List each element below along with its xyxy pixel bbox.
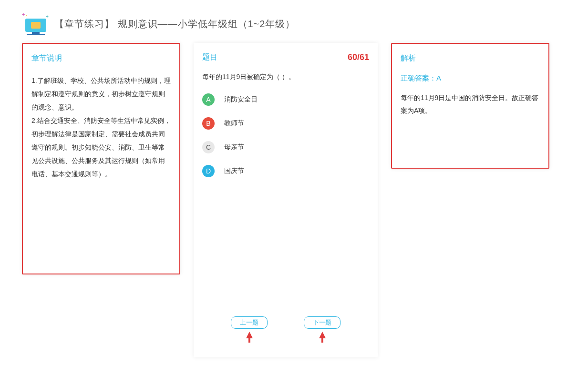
option-label: 母亲节: [224, 143, 244, 152]
option-letter: A: [202, 93, 215, 106]
explanation-text: 每年的11月9日是中国的消防安全日。故正确答案为A项。: [401, 91, 540, 117]
arrow-up-icon: [319, 332, 326, 338]
spark-icon: ·: [26, 13, 27, 18]
analysis-card: 解析 正确答案：A 每年的11月9日是中国的消防安全日。故正确答案为A项。: [391, 43, 549, 169]
option-label: 国庆节: [224, 167, 244, 175]
arrow-up-icon: [246, 332, 253, 338]
main-container: 章节说明 1.了解班级、学校、公共场所活动中的规则，理解制定和遵守规则的意义，初…: [0, 38, 588, 357]
option-letter: C: [202, 141, 215, 153]
spark-icon: ✦: [21, 12, 25, 17]
next-button[interactable]: 下一题: [304, 316, 340, 329]
question-counter: 60/61: [348, 52, 369, 62]
spark-icon: +: [46, 14, 49, 19]
option-b[interactable]: B 教师节: [202, 117, 369, 130]
page-header: ✦ + · 【章节练习】 规则意识——小学低年级组（1~2年级）: [0, 0, 588, 38]
chapter-description-card: 章节说明 1.了解班级、学校、公共场所活动中的规则，理解制定和遵守规则的意义，初…: [22, 43, 180, 274]
monitor-icon: ✦ + ·: [23, 13, 50, 35]
question-card: 题目 60/61 每年的11月9日被确定为（ ）。 A 消防安全日 B 教师节 …: [194, 43, 378, 357]
question-section-title: 题目: [202, 52, 217, 62]
option-c[interactable]: C 母亲节: [202, 141, 369, 153]
page-title: 【章节练习】 规则意识——小学低年级组（1~2年级）: [54, 18, 295, 30]
analysis-title: 解析: [401, 53, 416, 63]
option-d[interactable]: D 国庆节: [202, 165, 369, 177]
chapter-description-body: 1.了解班级、学校、公共场所活动中的规则，理解制定和遵守规则的意义，初步树立遵守…: [31, 74, 171, 181]
option-label: 消防安全日: [224, 95, 258, 104]
question-text: 每年的11月9日被确定为（ ）。: [202, 73, 369, 81]
option-letter: B: [202, 117, 215, 130]
correct-answer-label: 正确答案：A: [401, 74, 540, 83]
nav-row: 上一题 下一题: [194, 316, 378, 338]
chapter-description-title: 章节说明: [31, 53, 62, 63]
prev-button[interactable]: 上一题: [231, 316, 268, 329]
option-a[interactable]: A 消防安全日: [202, 93, 369, 106]
option-label: 教师节: [224, 119, 244, 128]
option-letter: D: [202, 165, 215, 177]
